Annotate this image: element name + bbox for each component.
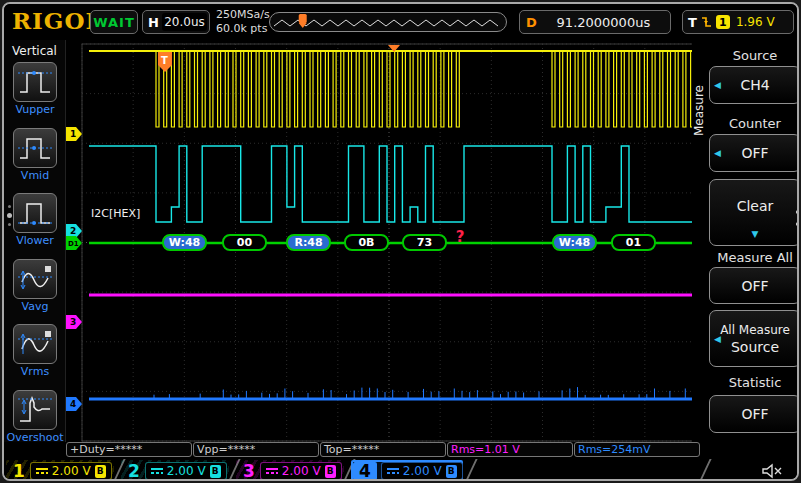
speaker-muted-icon[interactable] [760,461,784,481]
measure-all-title: Measure All [709,250,799,265]
sidebar-item-vmid[interactable]: Vmid [4,128,66,182]
channel3-number: 3 [243,461,255,481]
dc-coupling-icon [387,468,399,474]
left-arrow-icon: ◀ [714,80,721,90]
delay-value: 91.2000000us [537,15,670,30]
down-arrow-icon: ▼ [710,229,799,239]
all-measure-line2: Source [731,339,779,355]
sample-rate: 250MSa/s [216,8,270,22]
dc-coupling-icon [36,468,48,474]
measure-all-value: OFF [741,278,768,294]
waveform-display[interactable]: 12D134T I2C[HEX] W:4800R:480B73?W:4801 [66,40,696,442]
statistic-title: Statistic [709,375,799,390]
svg-text:4: 4 [70,399,76,409]
vmid-icon [13,128,57,168]
falling-edge-icon [701,15,712,29]
measure-menu: Measure Source ◀ CH4 Counter ◀ OFF Clear… [692,40,799,442]
sidebar-title: Vertical [4,44,65,58]
svg-text:1: 1 [70,129,76,139]
counter-button[interactable]: ◀ OFF [709,134,799,172]
vupper-icon [13,62,57,102]
channel1-number: 1 [13,461,25,481]
measurement-item[interactable]: Vpp=***** [193,442,319,457]
oscilloscope-screen: RIGOL WAIT H 20.0us 250MSa/s 60.0k pts D… [2,2,799,481]
sidebar-item-label: Vmid [4,169,66,182]
sidebar-item-vavg[interactable]: Vavg [4,259,66,313]
svg-text:T: T [161,55,168,66]
svg-text:D1: D1 [68,240,79,248]
channel4-scale: 2.00 V [403,464,442,478]
trigger-control[interactable]: T 1 1.96 V [682,10,794,34]
measurement-item[interactable]: +Duty=***** [66,442,192,457]
sidebar-item-label: Vlower [4,234,66,247]
menu-tab-measure: Measure [692,56,709,166]
vavg-icon [13,259,57,299]
channel4-status-selected[interactable]: 4 2.00 V B [351,460,463,481]
source-title: Source [709,48,799,63]
acquisition-info: 250MSa/s 60.0k pts [216,8,270,36]
decode-frame-01: 01 [611,234,656,251]
delay-label: D [526,15,537,30]
vertical-measure-sidebar: Vertical Vupper Vmid Vlower [4,40,66,442]
dc-coupling-icon [266,468,278,474]
channel2-status[interactable]: 2 2.00 V B [121,460,229,481]
sidebar-item-vupper[interactable]: Vupper [4,62,66,116]
left-arrow-icon: ◀ [714,148,721,158]
all-measure-source-button[interactable]: ◀ All Measure Source [709,310,799,367]
decode-frame-73: 73 [402,234,447,251]
delay-control[interactable]: D 91.2000000us [519,10,671,34]
sidebar-item-vrms[interactable]: Vrms [4,324,66,378]
timebase-value: 20.0us [162,13,207,31]
measurement-item[interactable]: Rms=254mV [574,442,700,457]
clear-button[interactable]: Clear ▼ [709,179,799,246]
bandwidth-limit-badge: B [325,465,336,478]
trigger-source-badge: 1 [716,15,730,29]
decode-frame-r-48: R:48 [286,234,331,251]
channel2-scale: 2.00 V [167,464,206,478]
sidebar-item-label: Vrms [4,365,66,378]
decode-frame-w-48: W:48 [162,234,207,251]
vrms-icon [13,324,57,364]
channel1-status[interactable]: 1 2.00 V B [6,460,114,481]
sidebar-item-label: Overshoot [4,431,66,444]
decode-frame-00: 00 [222,234,267,251]
decode-frame-0b: 0B [344,234,389,251]
sidebar-item-label: Vavg [4,300,66,313]
channel-status-bar: 1 2.00 V B 2 2.00 V B 3 2.00 V B [4,459,797,481]
trigger-label: T [688,15,697,30]
sidebar-item-label: Vupper [4,103,66,116]
bandwidth-limit-badge: B [95,465,106,478]
channel4-number: 4 [353,462,377,480]
menu-page-indicator [796,210,799,234]
decode-error-marker: ? [453,231,467,248]
statistic-value: OFF [741,406,768,422]
channel1-scale: 2.00 V [52,464,91,478]
trigger-level-value: 1.96 V [736,15,775,29]
statistic-button[interactable]: OFF [709,395,799,433]
source-value: CH4 [740,77,769,93]
bandwidth-limit-badge: B [210,465,221,478]
memory-waveform-icon [270,13,506,31]
svg-text:3: 3 [70,317,76,327]
vlower-icon [13,193,57,233]
sidebar-item-vlower[interactable]: Vlower [4,193,66,247]
sidebar-item-overshoot[interactable]: Overshoot [4,390,66,444]
timebase-control[interactable]: H 20.0us [142,10,210,34]
svg-text:2: 2 [70,226,76,236]
horizontal-label: H [148,15,159,30]
decode-bus-label: I2C[HEX] [91,207,140,220]
measurement-item[interactable]: Top=***** [320,442,446,457]
measure-all-button[interactable]: OFF [709,267,799,304]
all-measure-line1: All Measure [720,323,790,337]
sidebar-scroll-indicator [7,205,12,226]
source-button[interactable]: ◀ CH4 [709,66,799,104]
channel3-scale: 2.00 V [282,464,321,478]
decode-frame-w-48: W:48 [552,234,597,251]
memory-position-bar[interactable] [269,12,507,32]
bandwidth-limit-badge: B [446,465,457,478]
divider [464,459,477,481]
dc-coupling-icon [151,468,163,474]
channel3-status[interactable]: 3 2.00 V B [236,460,344,481]
run-status: WAIT [90,10,138,34]
measurement-item[interactable]: Rms=1.01 V [447,442,573,457]
